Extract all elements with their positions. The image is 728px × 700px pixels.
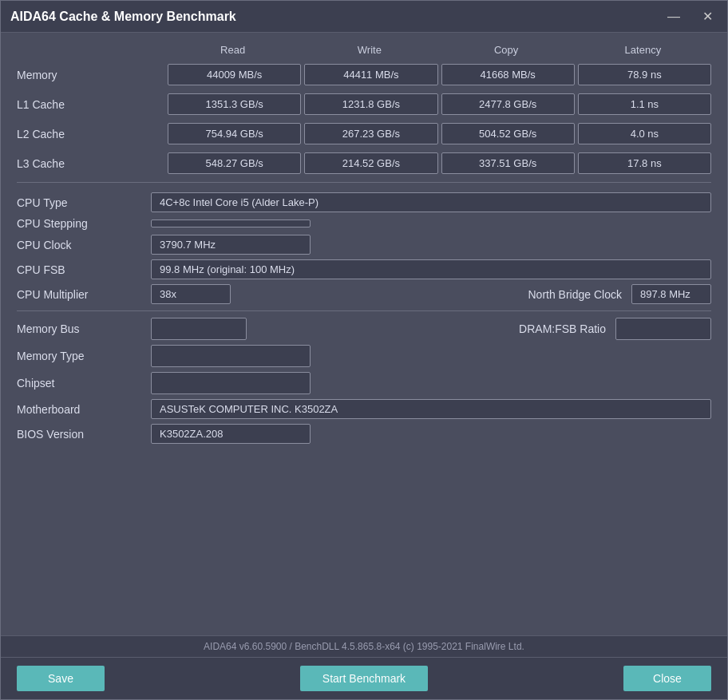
header-write: Write bbox=[301, 44, 437, 56]
north-bridge-label: North Bridge Clock bbox=[528, 288, 623, 301]
info-section: CPU Type 4C+8c Intel Core i5 (Alder Lake… bbox=[17, 189, 711, 452]
memory-type-row: Memory Type bbox=[17, 345, 711, 367]
memory-read: 44009 MB/s bbox=[168, 64, 301, 85]
dram-fsb-label: DRAM:FSB Ratio bbox=[519, 322, 606, 335]
cpu-type-label: CPU Type bbox=[17, 196, 144, 209]
l2-label: L2 Cache bbox=[17, 128, 164, 140]
close-button[interactable]: ✕ bbox=[698, 7, 718, 26]
motherboard-value: ASUSTeK COMPUTER INC. K3502ZA bbox=[151, 399, 711, 419]
l3-latency: 17.8 ns bbox=[578, 152, 711, 174]
status-text: AIDA64 v6.60.5900 / BenchDLL 4.5.865.8-x… bbox=[204, 641, 524, 652]
l1-label: L1 Cache bbox=[17, 98, 164, 111]
start-benchmark-button[interactable]: Start Benchmark bbox=[300, 666, 428, 691]
table-header: Read Write Copy Latency bbox=[17, 41, 711, 59]
l1-read: 1351.3 GB/s bbox=[168, 93, 301, 115]
memory-bus-row: Memory Bus DRAM:FSB Ratio bbox=[17, 318, 711, 340]
cpu-clock-label: CPU Clock bbox=[17, 239, 144, 251]
cpu-fsb-value: 99.8 MHz (original: 100 MHz) bbox=[151, 259, 711, 279]
l1-copy: 2477.8 GB/s bbox=[441, 93, 575, 115]
memory-type-label: Memory Type bbox=[17, 350, 144, 362]
save-button[interactable]: Save bbox=[17, 666, 105, 691]
chipset-value bbox=[151, 372, 311, 394]
memory-bus-label: Memory Bus bbox=[17, 322, 144, 335]
l3-label: L3 Cache bbox=[17, 157, 164, 170]
bottom-bar: Save Start Benchmark Close bbox=[1, 657, 727, 699]
north-bridge-value: 897.8 MHz bbox=[631, 284, 711, 304]
cpu-fsb-row: CPU FSB 99.8 MHz (original: 100 MHz) bbox=[17, 259, 711, 279]
cpu-clock-value: 3790.7 MHz bbox=[151, 235, 311, 255]
cpu-stepping-row: CPU Stepping bbox=[17, 217, 711, 230]
header-latency: Latency bbox=[575, 44, 711, 56]
l2-read: 754.94 GB/s bbox=[168, 123, 301, 144]
memory-copy: 41668 MB/s bbox=[441, 64, 575, 85]
divider-2 bbox=[17, 310, 711, 311]
table-row-memory: Memory 44009 MB/s 44411 MB/s 41668 MB/s … bbox=[17, 64, 711, 85]
motherboard-row: Motherboard ASUSTeK COMPUTER INC. K3502Z… bbox=[17, 399, 711, 419]
bios-label: BIOS Version bbox=[17, 428, 144, 441]
l2-copy: 504.52 GB/s bbox=[441, 123, 575, 144]
chipset-label: Chipset bbox=[17, 377, 144, 390]
memory-label: Memory bbox=[17, 69, 164, 81]
cpu-clock-row: CPU Clock 3790.7 MHz bbox=[17, 235, 711, 255]
window-title: AIDA64 Cache & Memory Benchmark bbox=[10, 10, 236, 24]
divider-1 bbox=[17, 182, 711, 183]
l1-latency: 1.1 ns bbox=[578, 93, 711, 115]
motherboard-label: Motherboard bbox=[17, 403, 144, 416]
l2-latency: 4.0 ns bbox=[578, 123, 711, 144]
table-row-l1: L1 Cache 1351.3 GB/s 1231.8 GB/s 2477.8 … bbox=[17, 93, 711, 115]
window-controls: — ✕ bbox=[663, 7, 718, 26]
cpu-multiplier-row: CPU Multiplier 38x North Bridge Clock 89… bbox=[17, 284, 711, 304]
close-button-bottom[interactable]: Close bbox=[623, 666, 711, 691]
header-read: Read bbox=[164, 44, 301, 56]
status-bar: AIDA64 v6.60.5900 / BenchDLL 4.5.865.8-x… bbox=[1, 635, 727, 657]
dram-fsb-value bbox=[615, 318, 711, 340]
cpu-stepping-label: CPU Stepping bbox=[17, 217, 144, 230]
chipset-row: Chipset bbox=[17, 372, 711, 394]
header-copy: Copy bbox=[438, 44, 575, 56]
cpu-multiplier-value: 38x bbox=[151, 284, 231, 304]
table-row-l3: L3 Cache 548.27 GB/s 214.52 GB/s 337.51 … bbox=[17, 152, 711, 174]
cpu-stepping-value bbox=[151, 219, 311, 227]
l3-read: 548.27 GB/s bbox=[168, 152, 301, 174]
l3-write: 214.52 GB/s bbox=[304, 152, 437, 174]
titlebar: AIDA64 Cache & Memory Benchmark — ✕ bbox=[1, 1, 727, 33]
header-label-empty bbox=[17, 44, 164, 56]
cpu-type-row: CPU Type 4C+8c Intel Core i5 (Alder Lake… bbox=[17, 192, 711, 212]
table-row-l2: L2 Cache 754.94 GB/s 267.23 GB/s 504.52 … bbox=[17, 123, 711, 144]
cpu-multiplier-label: CPU Multiplier bbox=[17, 288, 144, 301]
memory-latency: 78.9 ns bbox=[578, 64, 711, 85]
l1-write: 1231.8 GB/s bbox=[304, 93, 437, 115]
l2-write: 267.23 GB/s bbox=[304, 123, 437, 144]
cpu-fsb-label: CPU FSB bbox=[17, 263, 144, 276]
bios-row: BIOS Version K3502ZA.208 bbox=[17, 424, 711, 444]
bios-value: K3502ZA.208 bbox=[151, 424, 311, 444]
l3-copy: 337.51 GB/s bbox=[441, 152, 575, 174]
memory-bus-value bbox=[151, 318, 247, 340]
main-window: AIDA64 Cache & Memory Benchmark — ✕ Read… bbox=[0, 0, 728, 700]
memory-write: 44411 MB/s bbox=[304, 64, 437, 85]
minimize-button[interactable]: — bbox=[663, 8, 685, 26]
memory-type-value bbox=[151, 345, 311, 367]
cpu-type-value: 4C+8c Intel Core i5 (Alder Lake-P) bbox=[151, 192, 711, 212]
main-content: Read Write Copy Latency Memory 44009 MB/… bbox=[1, 33, 727, 635]
